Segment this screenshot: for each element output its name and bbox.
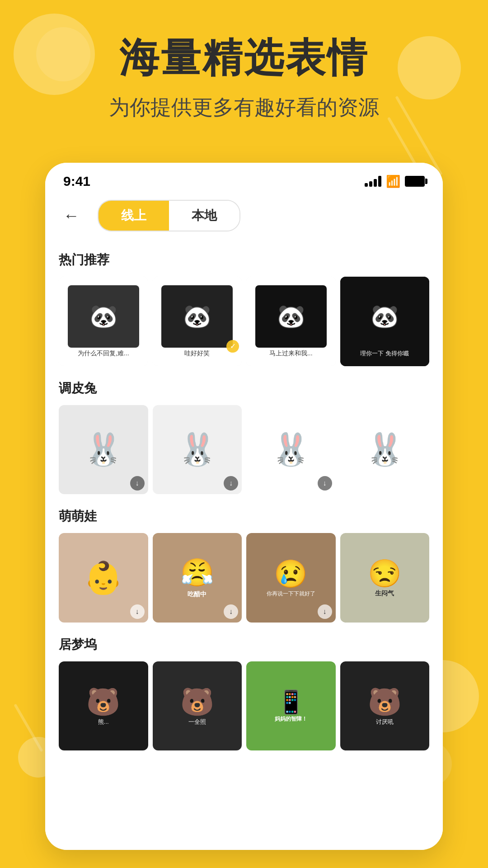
sub-title: 为你提供更多有趣好看的资源 [27, 94, 461, 122]
battery-icon [405, 176, 425, 187]
nav-tabs-row: ← 线上 本地 [45, 193, 443, 238]
sticker-item[interactable]: 🐼 哇好好笑 ✓ [153, 277, 242, 366]
sticker-item[interactable]: 🐼 马上过来和我... [246, 277, 336, 366]
main-title: 海量精选表情 [27, 36, 461, 80]
sticker-item[interactable]: 😒 生闷气 [340, 533, 430, 623]
sticker-item[interactable]: 🐼 为什么不回复,难... [59, 277, 148, 366]
sticker-item[interactable]: 🐰 ↓ [59, 405, 148, 495]
tabs-container: 线上 本地 [98, 200, 240, 231]
sticker-item[interactable]: 📱 妈妈的智障！ [246, 661, 336, 751]
section-title-hot: 热门推荐 [59, 251, 429, 269]
status-bar: 9:41 📶 [45, 163, 443, 193]
section-title-rabbit: 调皮兔 [59, 380, 429, 397]
sticker-item[interactable]: 🐼 理你一下 免得你嚱 [340, 277, 430, 366]
tab-online[interactable]: 线上 [99, 201, 169, 231]
sticker-item[interactable]: 🐰 ↓ [153, 405, 242, 495]
sticker-item[interactable]: 🐻 讨厌吼 [340, 661, 430, 751]
sticker-item[interactable]: 😢 你再说一下下就好了 ↓ [246, 533, 336, 623]
tab-local[interactable]: 本地 [169, 201, 239, 231]
back-button[interactable]: ← [59, 206, 84, 225]
sticker-grid-baby: 👶 ↓ 😤 吃醋中 ↓ 😢 你再说一下下就好了 ↓ [59, 533, 429, 623]
signal-icon [365, 176, 381, 187]
sticker-item[interactable]: 👶 ↓ [59, 533, 148, 623]
content-scroll[interactable]: 热门推荐 🐼 为什么不回复,难... [45, 238, 443, 850]
sticker-grid-rabbit: 🐰 ↓ 🐰 ↓ 🐰 ↓ 🐰 [59, 405, 429, 495]
status-icons: 📶 [365, 175, 425, 189]
sticker-item[interactable]: 🐻 熊... [59, 661, 148, 751]
sticker-item[interactable]: 🐻 一全照 [153, 661, 242, 751]
sticker-item[interactable]: 🐰 ↓ [246, 405, 336, 495]
sticker-grid-hot: 🐼 为什么不回复,难... 🐼 哇好好笑 ✓ [59, 277, 429, 366]
sticker-item[interactable]: 🐰 [340, 405, 430, 495]
phone-mockup: 9:41 📶 ← 线上 本地 热门推荐 [45, 163, 443, 850]
section-title-baby: 萌萌娃 [59, 508, 429, 525]
sticker-item[interactable]: 😤 吃醋中 ↓ [153, 533, 242, 623]
section-title-kumamon: 居梦坞 [59, 636, 429, 653]
wifi-icon: 📶 [386, 175, 400, 189]
status-time: 9:41 [63, 174, 90, 189]
header-section: 海量精选表情 为你提供更多有趣好看的资源 [0, 0, 488, 140]
sticker-grid-kumamon: 🐻 熊... 🐻 一全照 📱 妈妈的智障！ 🐻 讨厌吼 [59, 661, 429, 751]
